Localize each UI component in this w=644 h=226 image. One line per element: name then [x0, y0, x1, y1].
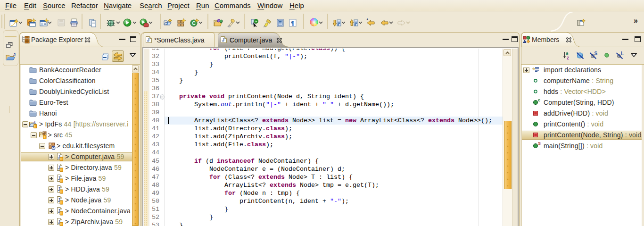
- svg-text:J: J: [33, 120, 35, 124]
- svg-text:C: C: [192, 21, 196, 26]
- svg-text:z: z: [567, 55, 569, 60]
- svg-text:¶: ¶: [291, 20, 294, 26]
- svg-text:S: S: [594, 51, 598, 56]
- svg-text:J: J: [13, 53, 16, 57]
- svg-text:J: J: [165, 21, 168, 26]
- svg-text:L: L: [621, 51, 624, 56]
